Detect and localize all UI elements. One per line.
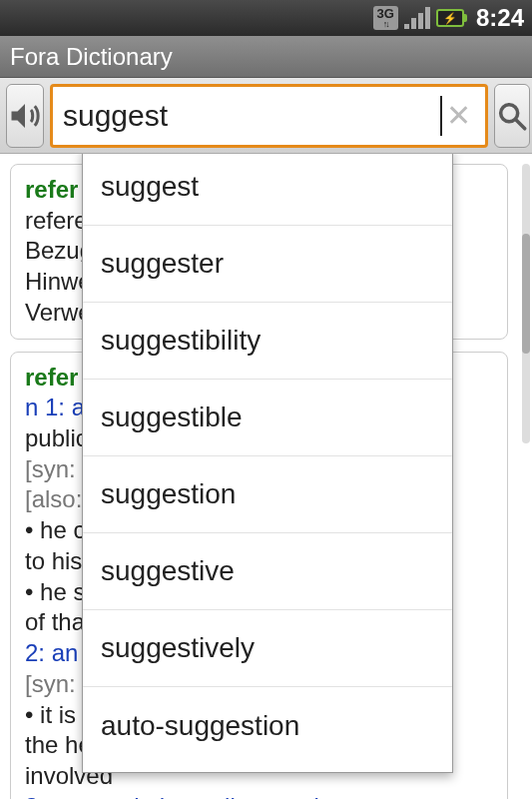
suggestion-item[interactable]: suggestion [83, 456, 452, 533]
sound-icon [7, 98, 43, 134]
entry-line: • it is [25, 701, 76, 728]
suggestion-item[interactable]: auto-suggestion [83, 687, 452, 764]
search-button[interactable] [494, 84, 530, 148]
suggestion-item[interactable]: suggestive [83, 533, 452, 610]
status-bar: 3G ↑↓ ⚡ 8:24 [0, 0, 532, 36]
suggestion-item[interactable]: suggester [83, 226, 452, 303]
title-bar: Fora Dictionary [0, 36, 532, 78]
suggestions-dropdown: suggest suggester suggestibility suggest… [82, 154, 453, 773]
app-title: Fora Dictionary [10, 43, 173, 71]
sound-button[interactable] [6, 84, 44, 148]
battery-icon: ⚡ [436, 9, 464, 27]
search-row: ✕ [0, 78, 532, 154]
signal-icon [404, 7, 430, 29]
suggestion-item[interactable]: suggestibility [83, 303, 452, 380]
search-field-container[interactable]: ✕ [50, 84, 488, 148]
suggestion-item[interactable]: suggestively [83, 610, 452, 687]
entry-line: [also: [25, 485, 82, 512]
clear-icon[interactable]: ✕ [442, 94, 475, 137]
content-area: refer refere Bezug Hinwe Verwe refer n 1… [0, 154, 532, 799]
entry-headword: refer [25, 176, 78, 203]
network-3g-icon: 3G ↑↓ [373, 6, 398, 30]
status-clock: 8:24 [476, 4, 524, 32]
svg-line-1 [516, 120, 525, 129]
entry-line: public [25, 424, 88, 451]
entry-line: of tha [25, 608, 85, 635]
entry-line: to his [25, 547, 82, 574]
suggestion-item[interactable]: suggestible [83, 380, 452, 456]
entry-line: [syn: [25, 455, 76, 482]
entry-line: • he c [25, 516, 85, 543]
entry-line: [syn: [25, 670, 76, 697]
entry-line: n 1: a [25, 394, 85, 420]
entry-line: refere [25, 207, 88, 234]
search-icon [495, 99, 529, 133]
suggestion-item[interactable]: suggest [83, 154, 452, 226]
search-input[interactable] [63, 99, 442, 133]
entry-line: 3: a remark that calls attention to [25, 793, 372, 799]
entry-line: 2: an [25, 639, 78, 666]
entry-headword: refer [25, 364, 78, 391]
scrollbar-thumb[interactable] [522, 234, 530, 354]
entry-line: • he s [25, 578, 85, 605]
